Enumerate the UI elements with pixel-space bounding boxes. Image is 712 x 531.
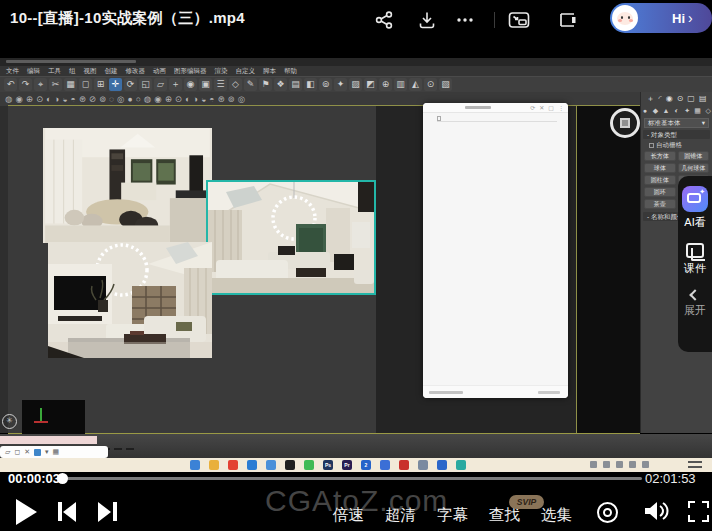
episodes-button[interactable]: 选集 xyxy=(541,505,572,526)
max-toolbar-icon[interactable]: ⊚ xyxy=(319,78,332,91)
floating-panel-titlebar[interactable]: ⟳✕▢⋮ xyxy=(423,103,568,113)
max-plugin-icon[interactable]: ⊙ xyxy=(36,94,43,104)
primitive-button[interactable]: 圆锥体 xyxy=(678,151,710,161)
command-panel-tab-icon[interactable]: ▤ xyxy=(699,94,707,103)
max-plugin-icon[interactable]: ◍ xyxy=(5,94,12,104)
taskbar-app-icon[interactable]: Ps xyxy=(323,460,333,470)
max-toolbar-icon[interactable]: ⌖ xyxy=(34,78,47,91)
subtitle-button[interactable]: 字幕 xyxy=(437,505,468,526)
mini-player-icon[interactable] xyxy=(556,8,580,32)
max-toolbar-icon[interactable]: ◉ xyxy=(184,78,197,91)
primitive-button[interactable]: 茶壶 xyxy=(644,199,676,209)
primitive-button[interactable]: 长方体 xyxy=(644,151,676,161)
taskbar-app-icon[interactable] xyxy=(399,460,409,470)
taskbar-app-icon[interactable] xyxy=(304,460,314,470)
primitive-button[interactable]: 球体 xyxy=(644,163,676,173)
max-plugin-icon[interactable]: ◓ xyxy=(71,94,76,104)
max-toolbar-icon[interactable]: ◇ xyxy=(229,78,242,91)
download-icon[interactable] xyxy=(415,8,439,32)
max-plugin-icon[interactable]: ⊘ xyxy=(89,94,96,104)
max-menu-item[interactable]: 动画 xyxy=(153,67,166,76)
taskbar-app-icon[interactable] xyxy=(228,460,238,470)
command-panel-category-icon[interactable]: ◆ xyxy=(652,107,660,115)
max-toolbar-icon[interactable]: ↶ xyxy=(4,78,17,91)
taskbar-app-icon[interactable]: 2 xyxy=(361,460,371,470)
rollout-object-type[interactable]: - 对象类型 xyxy=(643,130,710,139)
next-episode-button[interactable] xyxy=(98,502,120,522)
max-plugin-icon[interactable]: ◑ xyxy=(193,94,198,104)
command-panel-tab-icon[interactable]: ＋ xyxy=(647,93,655,104)
max-plugin-icon[interactable]: ○ xyxy=(136,94,141,104)
viewport-navigation-gizmo-center[interactable] xyxy=(620,118,630,128)
max-menu-item[interactable]: 工具 xyxy=(48,67,61,76)
max-toolbar-icon[interactable]: ⟳ xyxy=(124,78,137,91)
max-plugin-icon[interactable]: ◎ xyxy=(238,94,245,104)
max-menu-item[interactable]: 帮助 xyxy=(284,67,297,76)
command-panel-tab-icon[interactable]: ⊙ xyxy=(677,94,684,103)
share-icon[interactable] xyxy=(372,8,396,32)
floating-mini-toolbar[interactable]: ▱◻✕▾▦ xyxy=(0,446,108,458)
max-toolbar-icon[interactable]: ◻ xyxy=(79,78,92,91)
taskbar-app-icon[interactable] xyxy=(456,460,466,470)
seek-bar[interactable] xyxy=(64,477,642,480)
max-toolbar-icon[interactable]: ▨ xyxy=(349,78,362,91)
taskbar-app-icon[interactable] xyxy=(380,460,390,470)
picture-in-picture-icon[interactable] xyxy=(507,8,531,32)
max-plugin-icon[interactable]: ⊕ xyxy=(165,94,172,104)
max-menu-item[interactable]: 修改器 xyxy=(126,67,146,76)
taskbar-app-icon[interactable]: Pr xyxy=(342,460,352,470)
mini-toolbar-icon[interactable]: ◻ xyxy=(14,448,20,456)
quality-button[interactable]: 超清 xyxy=(385,505,416,526)
previous-episode-button[interactable] xyxy=(58,502,80,522)
courseware-icon[interactable] xyxy=(686,243,704,258)
max-plugin-icon[interactable]: ◒ xyxy=(62,94,67,104)
max-toolbar-icon[interactable]: ✛ xyxy=(109,78,122,91)
max-toolbar-icon[interactable]: ⊞ xyxy=(94,78,107,91)
max-toolbar-icon[interactable]: ▤ xyxy=(289,78,302,91)
command-panel-category-icon[interactable]: ▲ xyxy=(662,107,670,114)
command-panel-category-icon[interactable]: ✦ xyxy=(683,107,691,115)
command-panel-category-icon[interactable]: ◇ xyxy=(704,107,712,115)
max-menu-item[interactable]: 组 xyxy=(69,67,76,76)
max-toolbar-icon[interactable]: ▥ xyxy=(394,78,407,91)
max-plugin-icon[interactable]: ◍ xyxy=(144,94,151,104)
max-plugin-icon[interactable]: ⊚ xyxy=(99,94,106,104)
primitive-type-dropdown[interactable]: 标准基本体 ▾ xyxy=(644,118,709,128)
max-plugin-icon[interactable]: ◒ xyxy=(201,94,206,104)
autogrid-checkbox[interactable]: 自动栅格 xyxy=(641,140,712,149)
max-plugin-icon[interactable]: ● xyxy=(128,94,133,104)
taskbar-app-icon[interactable] xyxy=(266,460,276,470)
max-toolbar-icon[interactable]: ◭ xyxy=(409,78,422,91)
primitive-button[interactable]: 几何球体 xyxy=(678,163,710,173)
command-panel-category-icon[interactable]: ◐ xyxy=(673,107,681,114)
max-toolbar-icon[interactable]: ✎ xyxy=(244,78,257,91)
reference-image-livingroom-selected[interactable] xyxy=(208,182,374,293)
max-toolbar-icon[interactable]: ✂ xyxy=(49,78,62,91)
max-plugin-icon[interactable]: ⊕ xyxy=(26,94,33,104)
max-toolbar-icon[interactable]: ⊕ xyxy=(379,78,392,91)
mini-toolbar-icon[interactable]: ▱ xyxy=(5,448,10,456)
max-menu-item[interactable]: 编辑 xyxy=(27,67,40,76)
max-plugin-icon[interactable]: ◌ xyxy=(109,94,114,104)
taskbar-tray-icons[interactable] xyxy=(590,461,649,468)
viewport-camera[interactable] xyxy=(576,106,640,433)
max-plugin-icon[interactable]: ◎ xyxy=(117,94,124,104)
max-plugin-icon[interactable]: ⊙ xyxy=(175,94,182,104)
account-button[interactable]: Hi › xyxy=(610,3,712,33)
max-toolbar-icon[interactable]: ▣ xyxy=(199,78,212,91)
max-menu-item[interactable]: 脚本 xyxy=(263,67,276,76)
max-plugin-icon[interactable]: ◐ xyxy=(185,94,190,104)
mini-toolbar-icon[interactable]: ▦ xyxy=(53,448,60,456)
max-toolbar-icon[interactable]: ◩ xyxy=(364,78,377,91)
max-toolbar-icon[interactable]: ▱ xyxy=(154,78,167,91)
reference-image-livingroom-tv[interactable] xyxy=(48,242,212,358)
mini-toolbar-icon[interactable] xyxy=(34,449,41,456)
max-menu-item[interactable]: 创建 xyxy=(105,67,118,76)
max-toolbar-icon[interactable]: ☰ xyxy=(214,78,227,91)
taskbar-app-icon[interactable] xyxy=(209,460,219,470)
max-toolbar-icon[interactable]: ⊙ xyxy=(424,78,437,91)
expand-chevron-icon[interactable] xyxy=(689,289,700,300)
max-plugin-icon[interactable]: ◐ xyxy=(46,94,51,104)
floating-panel-searchbar[interactable] xyxy=(437,116,557,122)
max-menu-item[interactable]: 图形编辑器 xyxy=(174,67,207,76)
